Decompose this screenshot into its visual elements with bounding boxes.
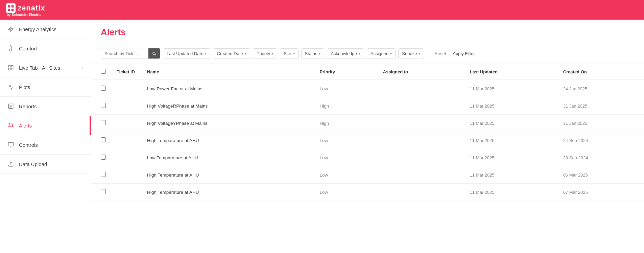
cell-assigned-to xyxy=(378,80,464,97)
svg-rect-2 xyxy=(8,8,10,11)
cell-name: High Temperature at AHU xyxy=(142,166,314,184)
cell-created-on: 07 Mar 2025 xyxy=(558,184,644,201)
sidebar-label-data-upload: Data Upload xyxy=(19,161,47,167)
sidebar-item-alerts[interactable]: Alerts xyxy=(0,116,91,135)
cell-assigned-to xyxy=(378,115,464,132)
cell-created-on: 28 Sep 2024 xyxy=(558,149,644,166)
filter-dropdown-snooze[interactable]: Snooze▾ xyxy=(398,48,424,59)
search-icon xyxy=(152,51,157,56)
sidebar-label-live-tab: Live Tab - All Sites xyxy=(19,65,60,71)
row-checkbox[interactable] xyxy=(101,103,106,108)
table-row: High Temperature at AHULow11 Mar 202506 … xyxy=(91,166,644,184)
sidebar-item-controls[interactable]: Controls xyxy=(0,135,91,155)
sidebar-item-data-upload[interactable]: Data Upload xyxy=(0,155,91,174)
cell-ticket-id xyxy=(111,184,142,201)
cell-ticket-id xyxy=(111,166,142,184)
sidebar-item-live-tab[interactable]: Live Tab - All Sites› xyxy=(0,58,91,77)
sidebar-label-comfort: Comfort xyxy=(19,46,37,51)
row-checkbox-cell xyxy=(91,115,111,132)
cell-last-updated: 11 Mar 2025 xyxy=(464,115,558,132)
col-header-priority: Priority xyxy=(314,64,377,80)
cell-priority: High xyxy=(314,97,377,115)
sidebar-item-plots[interactable]: Plots xyxy=(0,77,91,97)
sidebar-item-energy-analytics[interactable]: Energy Analytics xyxy=(0,20,91,39)
sidebar-label-plots: Plots xyxy=(19,84,30,90)
cell-created-on: 24 Sep 2024 xyxy=(558,132,644,149)
row-checkbox[interactable] xyxy=(101,86,106,91)
search-button[interactable] xyxy=(148,48,160,59)
svg-rect-1 xyxy=(11,5,14,7)
col-header-last_updated: Last Updated xyxy=(464,64,558,80)
row-checkbox[interactable] xyxy=(101,137,106,142)
table-row: High Temparature at AHULow11 Mar 202524 … xyxy=(91,132,644,149)
main-content: Alerts Last Updated Date▾Created Date▾Pr… xyxy=(91,20,644,253)
cell-assigned-to xyxy=(378,184,464,201)
sidebar-item-comfort[interactable]: Comfort xyxy=(0,39,91,58)
row-checkbox[interactable] xyxy=(101,120,106,125)
filter-dropdown-assignee[interactable]: Assignee▾ xyxy=(367,48,396,59)
thermometer-icon xyxy=(7,45,14,52)
cell-assigned-to xyxy=(378,149,464,166)
row-checkbox-cell xyxy=(91,132,111,149)
svg-rect-5 xyxy=(11,65,13,67)
select-all-checkbox[interactable] xyxy=(101,69,106,74)
cell-assigned-to xyxy=(378,97,464,115)
filter-bar: Last Updated Date▾Created Date▾Priority▾… xyxy=(91,43,644,64)
content-header: Alerts xyxy=(91,20,644,43)
chevron-down-icon: ▾ xyxy=(319,52,320,55)
page-title: Alerts xyxy=(101,27,635,38)
filter-dropdown-status[interactable]: Status▾ xyxy=(301,48,325,59)
chevron-down-icon: ▾ xyxy=(419,52,420,55)
sidebar: Energy AnalyticsComfortLive Tab - All Si… xyxy=(0,20,91,253)
cell-ticket-id xyxy=(111,80,142,97)
filter-dropdown-last-updated-date[interactable]: Last Updated Date▾ xyxy=(163,48,210,59)
row-checkbox[interactable] xyxy=(101,172,106,177)
sidebar-item-reports[interactable]: Reports xyxy=(0,97,91,116)
chevron-right-icon: › xyxy=(82,65,84,70)
search-input[interactable] xyxy=(101,49,148,59)
sidebar-label-alerts: Alerts xyxy=(19,123,32,129)
svg-rect-6 xyxy=(8,68,10,70)
row-checkbox-cell xyxy=(91,166,111,184)
reset-button[interactable]: Reset xyxy=(432,50,448,58)
cell-created-on: 24 Jan 2025 xyxy=(558,80,644,97)
row-checkbox-cell xyxy=(91,97,111,115)
dropdown-label: Created Date xyxy=(217,51,243,56)
filter-dropdown-created-date[interactable]: Created Date▾ xyxy=(213,48,250,59)
filter-dropdown-site[interactable]: Site▾ xyxy=(280,48,298,59)
chevron-down-icon: ▾ xyxy=(390,52,392,55)
logo-icon xyxy=(6,3,16,13)
cell-created-on: 06 Mar 2025 xyxy=(558,166,644,184)
logo-subtitle: by Schneider Electric xyxy=(6,13,45,17)
table-row: Low Power Factor at MainsLow11 Mar 20252… xyxy=(91,80,644,97)
svg-rect-4 xyxy=(8,65,10,67)
svg-rect-12 xyxy=(8,142,14,146)
filter-dropdown-priority[interactable]: Priority▾ xyxy=(253,48,277,59)
dropdown-label: Last Updated Date xyxy=(167,51,203,56)
alerts-table-container: Ticket IDNamePriorityAssigned toLast Upd… xyxy=(91,64,644,253)
chevron-down-icon: ▾ xyxy=(359,52,360,55)
report-icon xyxy=(7,103,14,110)
cell-name: Low Temparature at AHU xyxy=(142,149,314,166)
cell-last-updated: 11 Mar 2025 xyxy=(464,80,558,97)
cell-last-updated: 11 Mar 2025 xyxy=(464,184,558,201)
row-checkbox[interactable] xyxy=(101,155,106,160)
cell-priority: Low xyxy=(314,132,377,149)
dropdown-label: Status xyxy=(305,51,317,56)
svg-rect-7 xyxy=(11,68,13,70)
cell-created-on: 31 Jan 2025 xyxy=(558,97,644,115)
cell-name: High VoltageRPhase at Mains xyxy=(142,97,314,115)
table-row: High VoltageYPhase at MainsHigh11 Mar 20… xyxy=(91,115,644,132)
chevron-down-icon: ▾ xyxy=(272,52,273,55)
cell-name: High Temparature at AHU xyxy=(142,132,314,149)
cell-created-on: 31 Jan 2025 xyxy=(558,115,644,132)
cell-priority: Low xyxy=(314,166,377,184)
apply-filter-button[interactable]: Apply Filter xyxy=(451,50,477,58)
row-checkbox[interactable] xyxy=(101,189,106,194)
chevron-down-icon: ▾ xyxy=(293,52,295,55)
svg-rect-0 xyxy=(8,5,10,7)
dropdown-label: Acknowledge xyxy=(331,51,357,56)
upload-icon xyxy=(7,161,14,167)
col-header-checkbox xyxy=(91,64,111,80)
filter-dropdown-acknowledge[interactable]: Acknowledge▾ xyxy=(327,48,364,59)
